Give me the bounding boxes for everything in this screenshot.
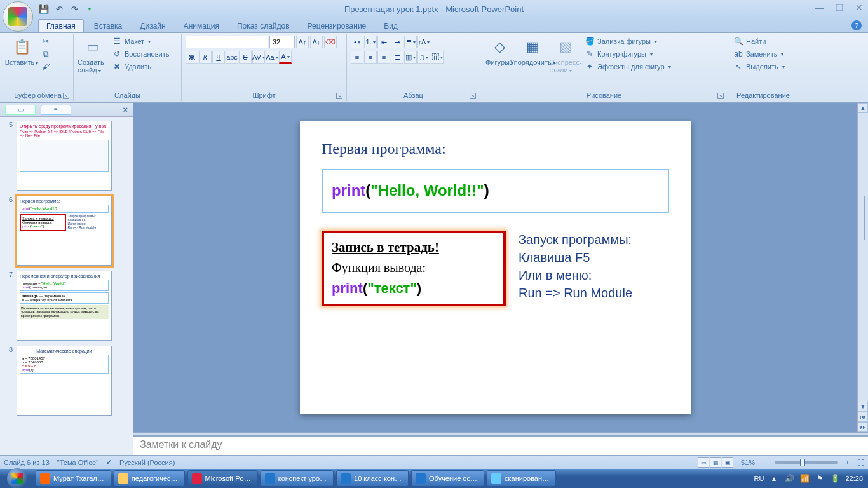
tab-slideshow[interactable]: Показ слайдов	[229, 20, 297, 32]
shape-outline-button[interactable]: ✎Контур фигуры	[583, 48, 672, 60]
tray-lang[interactable]: RU	[754, 475, 764, 482]
office-button[interactable]	[3, 1, 33, 32]
smartart-button[interactable]: ⿲	[431, 51, 444, 64]
italic-button[interactable]: К	[199, 51, 212, 64]
thumb-8[interactable]: 8 Математические операции a = 78001457b …	[5, 346, 128, 416]
outdent-button[interactable]: ⇤	[377, 36, 390, 48]
underline-button[interactable]: Ч	[212, 51, 225, 64]
minimize-button[interactable]: —	[815, 3, 824, 13]
strike-button[interactable]: S	[239, 51, 252, 64]
vertical-scrollbar[interactable]: ▲ ▼ ⏮ ⏭	[857, 103, 868, 432]
taskbar-item[interactable]: Обучение ос…	[411, 470, 484, 487]
find-button[interactable]: 🔍Найти	[732, 36, 786, 47]
zoom-in-button[interactable]: +	[846, 459, 850, 466]
replace-button[interactable]: abЗаменить	[732, 48, 786, 60]
thumb-6[interactable]: 6 Первая программа: print("Hello, World!…	[5, 196, 128, 266]
volume-icon[interactable]: 🔊	[784, 473, 794, 484]
tab-animation[interactable]: Анимация	[176, 20, 227, 32]
zoom-handle[interactable]	[800, 459, 805, 466]
panel-close-icon[interactable]: ×	[123, 105, 128, 114]
qat-dropdown-icon[interactable]: ▾	[84, 3, 95, 15]
taskbar-item[interactable]: Microsoft Po…	[187, 470, 258, 487]
line-spacing-button[interactable]: ≣	[404, 36, 417, 48]
save-icon[interactable]: 💾	[38, 3, 50, 15]
scroll-up-icon[interactable]: ▲	[858, 103, 868, 113]
thumb-7[interactable]: 7 Переменная и оператор присваивания mes…	[5, 271, 128, 341]
align-text-button[interactable]: ⎍	[417, 51, 430, 64]
zoom-value[interactable]: 51%	[741, 459, 755, 466]
columns-button[interactable]: ▥	[404, 51, 417, 64]
scroll-down-icon[interactable]: ▼	[858, 402, 868, 412]
action-center-icon[interactable]: ⚑	[815, 473, 825, 484]
indent-button[interactable]: ⇥	[391, 36, 403, 48]
change-case-button[interactable]: Aa	[266, 51, 278, 64]
slideshow-view-button[interactable]: ▣	[722, 458, 733, 468]
dialog-launcher-icon[interactable]: ↘	[470, 93, 476, 99]
delete-slide-button[interactable]: ✖Удалить	[111, 61, 170, 72]
shape-fill-button[interactable]: 🪣Заливка фигуры	[583, 36, 672, 47]
arrange-button[interactable]: ▦Упорядочить	[517, 36, 548, 66]
char-spacing-button[interactable]: AV	[252, 51, 265, 64]
zoom-slider[interactable]	[775, 461, 838, 464]
shadow-button[interactable]: abc	[226, 51, 238, 64]
dialog-launcher-icon[interactable]: ↘	[336, 93, 342, 99]
restore-button[interactable]: ❐	[836, 3, 844, 13]
thumb-5[interactable]: 5 Открыть среду программирования Python:…	[5, 121, 128, 191]
next-slide-icon[interactable]: ⏭	[858, 422, 868, 432]
normal-view-button[interactable]: ▭	[698, 458, 709, 468]
tab-view[interactable]: Вид	[376, 20, 405, 32]
reset-button[interactable]: ↺Восстановить	[111, 48, 170, 60]
font-color-button[interactable]: A	[279, 51, 292, 64]
taskbar-item[interactable]: конспект уро…	[261, 470, 334, 487]
tray-chevron-icon[interactable]: ▴	[769, 473, 779, 484]
close-button[interactable]: ✕	[855, 3, 863, 13]
clear-format-button[interactable]: ⌫	[324, 36, 337, 48]
layout-button[interactable]: ☰Макет	[111, 36, 170, 47]
quick-styles-button[interactable]: ▧Экспресс-стили	[550, 36, 581, 74]
align-right-button[interactable]: ≡	[377, 51, 390, 64]
justify-button[interactable]: ≣	[391, 51, 403, 64]
align-center-button[interactable]: ≡	[364, 51, 377, 64]
taskbar-item[interactable]: педагогичес…	[114, 470, 185, 487]
font-name-combo[interactable]	[186, 36, 268, 48]
bold-button[interactable]: Ж	[186, 51, 198, 64]
numbering-button[interactable]: 1.	[364, 36, 377, 48]
shrink-font-button[interactable]: A↓	[310, 36, 323, 48]
taskbar-item[interactable]: сканирован…	[487, 470, 556, 487]
prev-slide-icon[interactable]: ⏮	[858, 412, 868, 422]
help-icon[interactable]: ?	[851, 20, 862, 30]
copy-button[interactable]: ⧉	[39, 48, 52, 60]
sorter-view-button[interactable]: ▦	[710, 458, 721, 468]
paste-button[interactable]: 📋 Вставить	[6, 36, 37, 66]
battery-icon[interactable]: 🔋	[830, 473, 840, 484]
shape-effects-button[interactable]: ✦Эффекты для фигур	[583, 61, 672, 72]
tab-insert[interactable]: Вставка	[86, 20, 130, 32]
tray-clock[interactable]: 22:28	[845, 475, 863, 482]
slide-stage[interactable]: Первая программа: print("Hello, World!!"…	[133, 103, 868, 432]
dialog-launcher-icon[interactable]: ↘	[63, 93, 69, 99]
new-slide-button[interactable]: ▭ Создать слайд	[78, 36, 108, 74]
network-icon[interactable]: 📶	[799, 473, 810, 484]
spellcheck-icon[interactable]: ✔	[106, 458, 112, 466]
dialog-launcher-icon[interactable]: ↘	[717, 93, 724, 99]
tab-home[interactable]: Главная	[38, 19, 84, 32]
undo-icon[interactable]: ↶	[53, 3, 65, 15]
scroll-thumb[interactable]	[864, 196, 865, 240]
zoom-out-button[interactable]: −	[763, 459, 766, 466]
select-button[interactable]: ↖Выделить	[732, 61, 786, 72]
tab-review[interactable]: Рецензирование	[300, 20, 374, 32]
font-size-combo[interactable]	[269, 36, 295, 48]
current-slide[interactable]: Первая программа: print("Hello, World!!"…	[300, 121, 691, 414]
taskbar-item[interactable]: Мурат Тхагал…	[36, 470, 111, 487]
tab-design[interactable]: Дизайн	[132, 20, 173, 32]
fit-window-button[interactable]: ⛶	[857, 459, 864, 466]
text-direction-button[interactable]: ↕A	[417, 36, 430, 48]
bullets-button[interactable]: •	[351, 36, 363, 48]
redo-icon[interactable]: ↷	[69, 3, 80, 15]
taskbar-item[interactable]: 10 класс кон…	[336, 470, 409, 487]
align-left-button[interactable]: ≡	[351, 51, 363, 64]
cut-button[interactable]: ✂	[39, 36, 52, 47]
language-status[interactable]: Русский (Россия)	[119, 459, 175, 466]
grow-font-button[interactable]: A↑	[296, 36, 309, 48]
outline-tab[interactable]: ≡	[41, 105, 71, 115]
